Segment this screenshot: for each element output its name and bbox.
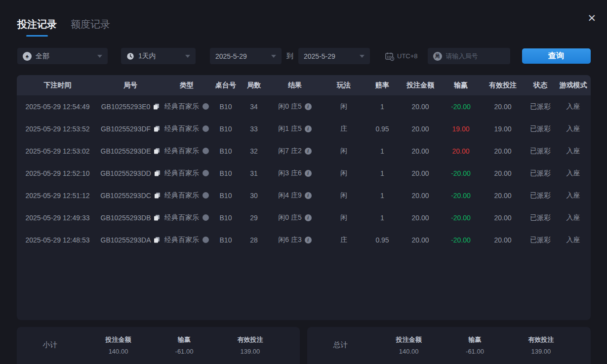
round-search-box: 局 [428, 48, 510, 64]
cell-valid-bet: 20.00 [481, 147, 525, 155]
cell-odds: 1 [365, 103, 400, 111]
total-valid-bet: 有效投注 139.00 [528, 335, 554, 364]
cell-game-type: 经典百家乐 [162, 124, 211, 133]
table-body: 2025-05-29 12:54:49 GB10255293E0 经典百家乐 B… [17, 95, 591, 251]
total-label: 总计 [307, 340, 374, 364]
cell-bet-time: 2025-05-29 12:54:49 [17, 103, 98, 111]
table-row: 2025-05-29 12:48:53 GB10255293DA 经典百家乐 B… [17, 229, 591, 251]
cell-status: 已派彩 [525, 124, 556, 133]
column-header: 有效投注 [481, 81, 525, 90]
info-icon[interactable]: i [305, 125, 312, 132]
cell-status: 已派彩 [525, 191, 556, 200]
cell-game-mode: 入座 [556, 169, 591, 178]
cell-bet-amount: 20.00 [400, 103, 441, 111]
cell-table-no: B10 [211, 147, 241, 155]
cell-valid-bet: 20.00 [481, 169, 525, 177]
cell-play: 闲 [323, 213, 365, 222]
cell-odds: 1 [365, 214, 400, 222]
chevron-down-icon [97, 55, 102, 58]
copy-icon[interactable] [154, 192, 161, 199]
spade-icon: ♠ [23, 52, 32, 61]
tab-bet-records[interactable]: 投注记录 [17, 18, 57, 37]
column-header: 结果 [267, 81, 323, 90]
cell-game-mode: 入座 [556, 236, 591, 244]
records-table: 下注时间局号类型桌台号局数结果玩法赔率投注金额输赢有效投注状态游戏模式 2025… [17, 75, 591, 320]
time-range-dropdown[interactable]: 1天内 [121, 48, 196, 64]
cell-win-loss: -20.00 [441, 169, 481, 177]
game-logo-icon [202, 170, 209, 176]
table-row: 2025-05-29 12:52:10 GB10255293DD 经典百家乐 B… [17, 162, 591, 184]
date-from-value: 2025-5-29 [215, 52, 247, 60]
game-type-dropdown[interactable]: ♠ 全部 [17, 48, 108, 64]
cell-game-id: GB10255293DE [98, 147, 162, 155]
cell-game-type: 经典百家乐 [162, 147, 211, 156]
info-icon[interactable]: i [305, 103, 312, 110]
round-search-input[interactable] [446, 52, 505, 60]
cell-round-no: 33 [241, 125, 267, 133]
table-row: 2025-05-29 12:51:12 GB10255293DC 经典百家乐 B… [17, 184, 591, 206]
game-logo-icon [202, 125, 209, 132]
column-header: 桌台号 [211, 81, 241, 90]
table-row: 2025-05-29 12:49:33 GB10255293DB 经典百家乐 B… [17, 206, 591, 229]
cell-game-mode: 入座 [556, 124, 591, 133]
cell-game-type: 经典百家乐 [162, 102, 211, 111]
column-header: 玩法 [323, 81, 365, 90]
cell-result: 闲0 庄5 i [267, 102, 323, 111]
cell-bet-amount: 20.00 [400, 214, 441, 222]
cell-game-mode: 入座 [556, 191, 591, 200]
copy-icon[interactable] [154, 148, 160, 154]
info-icon[interactable]: i [305, 237, 312, 243]
cell-bet-time: 2025-05-29 12:51:12 [17, 192, 98, 200]
copy-icon[interactable] [154, 237, 160, 243]
column-header: 局数 [241, 81, 267, 90]
query-button[interactable]: 查询 [522, 48, 591, 64]
subtotal-panel: 小计 投注金额 140.00 输赢 -61.00 有效投注 139.00 [17, 327, 300, 364]
info-icon[interactable]: i [305, 170, 312, 177]
cell-status: 已派彩 [525, 102, 556, 111]
chevron-down-icon [360, 55, 364, 58]
cell-game-id: GB10255293DC [98, 192, 162, 200]
column-header: 赔率 [365, 81, 400, 90]
cell-play: 庄 [323, 236, 365, 244]
cell-bet-time: 2025-05-29 12:49:33 [17, 214, 98, 222]
subtotal-label: 小计 [17, 340, 83, 364]
cell-table-no: B10 [211, 103, 241, 111]
cell-result: 闲1 庄5 i [267, 124, 323, 133]
cell-round-no: 28 [241, 236, 267, 244]
cell-win-loss: -20.00 [441, 192, 481, 200]
round-badge-icon: 局 [433, 52, 442, 61]
cell-win-loss: -20.00 [441, 236, 481, 244]
close-icon[interactable]: ✕ [587, 13, 596, 23]
calendar-clock-icon [385, 51, 395, 61]
cell-win-loss: -20.00 [441, 214, 481, 222]
info-icon[interactable]: i [305, 192, 312, 199]
copy-icon[interactable] [154, 125, 160, 132]
column-header: 下注时间 [17, 81, 98, 90]
cell-game-id: GB10255293E0 [98, 103, 162, 111]
copy-icon[interactable] [154, 170, 161, 176]
game-logo-icon [202, 192, 209, 199]
cell-status: 已派彩 [525, 147, 556, 156]
cell-bet-amount: 20.00 [400, 169, 441, 177]
cell-win-loss: 20.00 [441, 147, 481, 155]
cell-round-no: 29 [241, 214, 267, 222]
clock-icon [126, 52, 134, 60]
cell-play: 闲 [323, 169, 365, 178]
info-icon[interactable]: i [305, 214, 312, 221]
info-icon[interactable]: i [305, 148, 312, 155]
cell-bet-time: 2025-05-29 12:52:10 [17, 169, 98, 177]
cell-bet-time: 2025-05-29 12:53:52 [17, 125, 98, 133]
cell-game-mode: 入座 [556, 102, 591, 111]
copy-icon[interactable] [153, 103, 160, 110]
copy-icon[interactable] [154, 214, 160, 221]
date-to-dropdown[interactable]: 2025-5-29 [298, 48, 370, 64]
cell-game-id: GB10255293DA [98, 236, 162, 244]
chevron-down-icon [185, 55, 190, 58]
column-header: 投注金额 [400, 81, 441, 90]
tab-bar: 投注记录 额度记录 [17, 18, 110, 37]
tab-quota-records[interactable]: 额度记录 [71, 18, 110, 37]
date-from-dropdown[interactable]: 2025-5-29 [210, 48, 282, 64]
cell-bet-time: 2025-05-29 12:48:53 [17, 236, 98, 244]
cell-valid-bet: 20.00 [481, 192, 525, 200]
cell-game-mode: 入座 [556, 213, 591, 222]
